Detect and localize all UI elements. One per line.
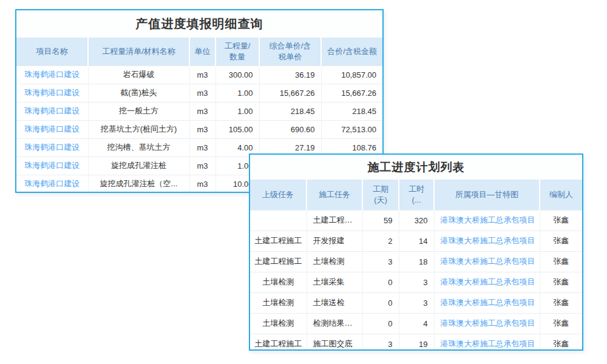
project-name-link[interactable]: 珠海鹤港口建设 bbox=[24, 161, 80, 170]
project-gantt-link[interactable]: 港珠澳大桥施工总承包项目 bbox=[441, 257, 535, 266]
construction-schedule-table-body: 土建工程施工 59 320 港珠澳大桥施工总承包项目 张鑫 土建工程施工 开发报… bbox=[250, 210, 582, 351]
total-amount-cell: 72,513.00 bbox=[321, 120, 382, 138]
boq-item-cell: 岩石爆破 bbox=[88, 66, 189, 84]
parent-task-cell: 土壤检测 bbox=[250, 313, 307, 334]
unit-cell: m3 bbox=[189, 175, 215, 193]
boq-item-cell: 旋挖成孔灌注桩 bbox=[88, 157, 189, 175]
total-amount-cell: 15,667.26 bbox=[321, 84, 382, 102]
parent-task-cell: 土建工程施工 bbox=[250, 251, 307, 272]
duration-cell: 0 bbox=[362, 313, 399, 334]
construction-task-cell: 施工图交底 bbox=[307, 334, 362, 351]
project-name-link[interactable]: 珠海鹤港口建设 bbox=[24, 143, 80, 152]
project-gantt-cell: 港珠澳大桥施工总承包项目 bbox=[434, 210, 540, 231]
col-duration-days: 工期 (天) bbox=[362, 180, 399, 210]
project-gantt-cell: 港珠澳大桥施工总承包项目 bbox=[434, 292, 540, 313]
unit-cell: m3 bbox=[189, 120, 215, 138]
project-name-cell: 珠海鹤港口建设 bbox=[16, 138, 88, 157]
quantity-cell: 300.00 bbox=[215, 66, 259, 84]
unit-cell: m3 bbox=[189, 84, 215, 102]
duration-cell: 0 bbox=[362, 272, 399, 292]
construction-schedule-table-header: 上级任务 施工任务 工期 (天) 工时 (... 所属项目—甘特图 编制人 bbox=[250, 180, 582, 210]
col-unit-price: 综合单价/含 税单价 bbox=[259, 38, 321, 66]
unit-cell: m3 bbox=[189, 138, 215, 157]
duration-cell: 3 bbox=[362, 334, 399, 351]
quantity-cell: 105.00 bbox=[215, 120, 259, 138]
col-work-hours: 工时 (... bbox=[399, 180, 434, 210]
duration-cell: 2 bbox=[362, 231, 399, 251]
project-name-link[interactable]: 珠海鹤港口建设 bbox=[24, 106, 80, 115]
project-gantt-link[interactable]: 港珠澳大桥施工总承包项目 bbox=[441, 298, 535, 307]
project-name-link[interactable]: 珠海鹤港口建设 bbox=[24, 70, 80, 79]
project-gantt-link[interactable]: 港珠澳大桥施工总承包项目 bbox=[441, 215, 535, 224]
parent-task-cell: 土壤检测 bbox=[250, 292, 307, 313]
work-hours-cell: 18 bbox=[399, 251, 434, 272]
construction-schedule-table: 上级任务 施工任务 工期 (天) 工时 (... 所属项目—甘特图 编制人 土建… bbox=[250, 180, 582, 351]
unit-price-cell: 36.19 bbox=[259, 66, 321, 84]
col-total-amount: 合价/含税金额 bbox=[321, 38, 382, 66]
output-value-table-row[interactable]: 珠海鹤港口建设 挖一般土方 m3 1.00 218.45 218.45 bbox=[16, 102, 382, 120]
col-unit: 单位 bbox=[189, 38, 215, 66]
schedule-table-row[interactable]: 土建工程施工 59 320 港珠澳大桥施工总承包项目 张鑫 bbox=[250, 210, 582, 231]
schedule-table-row[interactable]: 土建工程施工 土壤检测 3 18 港珠澳大桥施工总承包项目 张鑫 bbox=[250, 251, 582, 272]
col-project-name: 项目名称 bbox=[16, 38, 88, 66]
work-hours-cell: 14 bbox=[399, 231, 434, 251]
quantity-cell: 1.00 bbox=[215, 84, 259, 102]
duration-cell: 3 bbox=[362, 251, 399, 272]
project-name-link[interactable]: 珠海鹤港口建设 bbox=[24, 88, 80, 97]
output-value-table-row[interactable]: 珠海鹤港口建设 岩石爆破 m3 300.00 36.19 10,857.00 bbox=[16, 66, 382, 84]
col-compiler: 编制人 bbox=[540, 180, 582, 210]
schedule-table-row[interactable]: 土建工程施工 开发报建 2 14 港珠澳大桥施工总承包项目 张鑫 bbox=[250, 231, 582, 251]
output-value-table-row[interactable]: 珠海鹤港口建设 截(凿)桩头 m3 1.00 15,667.26 15,667.… bbox=[16, 84, 382, 102]
unit-price-cell: 218.45 bbox=[259, 102, 321, 120]
boq-item-cell: 旋挖成孔灌注桩（空... bbox=[88, 175, 189, 193]
project-gantt-link[interactable]: 港珠澳大桥施工总承包项目 bbox=[441, 236, 535, 245]
project-name-cell: 珠海鹤港口建设 bbox=[16, 175, 88, 193]
parent-task-cell: 土壤检测 bbox=[250, 272, 307, 292]
unit-cell: m3 bbox=[189, 102, 215, 120]
schedule-table-row[interactable]: 土壤检测 土壤送检 0 3 港珠澳大桥施工总承包项目 张鑫 bbox=[250, 292, 582, 313]
construction-schedule-panel: 施工进度计划列表 上级任务 施工任务 工期 (天) 工时 (... 所属项目—甘… bbox=[249, 153, 583, 351]
boq-item-cell: 挖一般土方 bbox=[88, 102, 189, 120]
project-gantt-cell: 港珠澳大桥施工总承包项目 bbox=[434, 334, 540, 351]
schedule-table-row[interactable]: 土建工程施工 施工图交底 3 19 港珠澳大桥施工总承包项目 张鑫 bbox=[250, 334, 582, 351]
parent-task-cell: 土建工程施工 bbox=[250, 231, 307, 251]
project-name-cell: 珠海鹤港口建设 bbox=[16, 120, 88, 138]
boq-item-cell: 截(凿)桩头 bbox=[88, 84, 189, 102]
unit-price-cell: 690.60 bbox=[259, 120, 321, 138]
construction-task-cell: 检测结果存底 bbox=[307, 313, 362, 334]
schedule-table-row[interactable]: 土壤检测 土壤采集 0 3 港珠澳大桥施工总承包项目 张鑫 bbox=[250, 272, 582, 292]
project-name-cell: 珠海鹤港口建设 bbox=[16, 66, 88, 84]
compiler-cell: 张鑫 bbox=[540, 210, 582, 231]
project-gantt-link[interactable]: 港珠澳大桥施工总承包项目 bbox=[441, 318, 535, 328]
compiler-cell: 张鑫 bbox=[540, 292, 582, 313]
compiler-cell: 张鑫 bbox=[540, 272, 582, 292]
output-value-table-row[interactable]: 珠海鹤港口建设 挖基坑土方(桩间土方) m3 105.00 690.60 72,… bbox=[16, 120, 382, 138]
compiler-cell: 张鑫 bbox=[540, 231, 582, 251]
work-hours-cell: 3 bbox=[399, 272, 434, 292]
compiler-cell: 张鑫 bbox=[540, 334, 582, 351]
construction-task-cell: 土壤检测 bbox=[307, 251, 362, 272]
col-construction-task: 施工任务 bbox=[307, 180, 362, 210]
construction-task-cell: 土壤采集 bbox=[307, 272, 362, 292]
col-parent-task: 上级任务 bbox=[250, 180, 307, 210]
duration-cell: 0 bbox=[362, 292, 399, 313]
compiler-cell: 张鑫 bbox=[540, 313, 582, 334]
project-name-link[interactable]: 珠海鹤港口建设 bbox=[24, 179, 80, 188]
project-gantt-cell: 港珠澳大桥施工总承包项目 bbox=[434, 272, 540, 292]
construction-task-cell: 土壤送检 bbox=[307, 292, 362, 313]
unit-price-cell: 15,667.26 bbox=[259, 84, 321, 102]
unit-cell: m3 bbox=[189, 66, 215, 84]
construction-task-cell: 土建工程施工 bbox=[307, 210, 362, 231]
compiler-cell: 张鑫 bbox=[540, 251, 582, 272]
col-boq-material-name: 工程量清单/材料名称 bbox=[88, 38, 189, 66]
boq-item-cell: 挖基坑土方(桩间土方) bbox=[88, 120, 189, 138]
project-name-cell: 珠海鹤港口建设 bbox=[16, 102, 88, 120]
project-gantt-link[interactable]: 港珠澳大桥施工总承包项目 bbox=[441, 277, 535, 286]
work-hours-cell: 320 bbox=[399, 210, 434, 231]
project-name-link[interactable]: 珠海鹤港口建设 bbox=[24, 124, 80, 133]
work-hours-cell: 4 bbox=[399, 313, 434, 334]
project-gantt-link[interactable]: 港珠澳大桥施工总承包项目 bbox=[441, 339, 535, 348]
output-value-table-header: 项目名称 工程量清单/材料名称 单位 工程量/ 数量 综合单价/含 税单价 合价… bbox=[16, 38, 382, 66]
col-quantity: 工程量/ 数量 bbox=[215, 38, 259, 66]
schedule-table-row[interactable]: 土壤检测 检测结果存底 0 4 港珠澳大桥施工总承包项目 张鑫 bbox=[250, 313, 582, 334]
